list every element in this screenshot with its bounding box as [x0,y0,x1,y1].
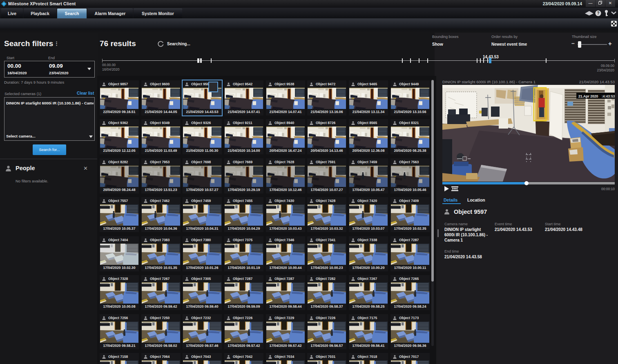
svg-text::4:43:53: :4:43:53 [602,94,615,98]
svg-text:?: ? [597,11,599,16]
svg-text:21.Apr 2020: 21.Apr 2020 [578,94,598,98]
